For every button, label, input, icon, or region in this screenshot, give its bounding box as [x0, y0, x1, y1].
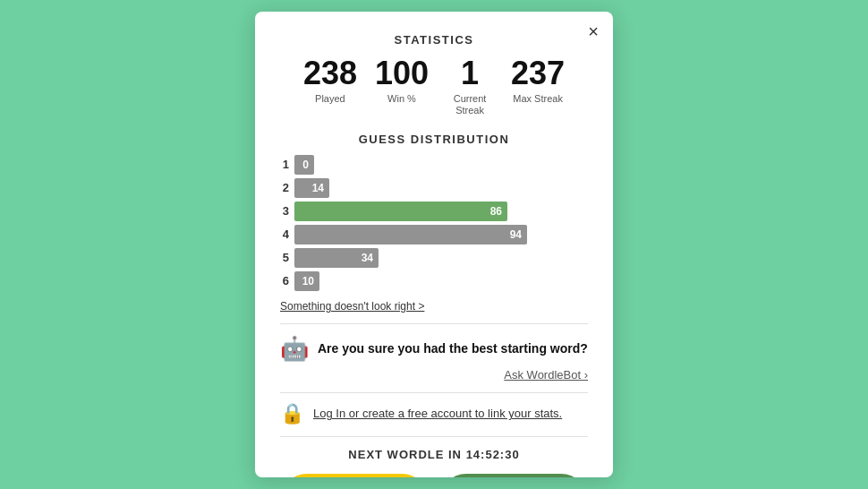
share-button[interactable]: Share: [439, 474, 588, 477]
bar-row-label-3: 3: [280, 204, 289, 218]
next-wordle-countdown: 14:52:30: [466, 448, 520, 461]
next-wordle-label: NEXT WORDLE IN: [348, 448, 462, 461]
bar-inner-6: 10: [294, 271, 319, 291]
spelling-bee-button[interactable]: Play Spelling Bee 🐝: [280, 474, 429, 477]
bar-inner-2: 14: [294, 178, 329, 198]
robot-icon: 🤖: [280, 335, 309, 363]
bar-value-2: 14: [312, 182, 324, 194]
stat-current-streak-label: Current Streak: [454, 93, 487, 116]
close-button[interactable]: ×: [588, 22, 599, 40]
stat-win-pct-number: 100: [375, 56, 429, 91]
wordlebot-section: 🤖 Are you sure you had the best starting…: [280, 323, 588, 393]
bar-chart: 10214386494534610: [280, 155, 588, 291]
bar-outer-1: 0: [294, 155, 588, 175]
stat-max-streak: 237 Max Streak: [511, 56, 565, 116]
bar-value-5: 34: [362, 252, 373, 264]
stat-current-streak-number: 1: [461, 56, 479, 91]
bar-row-label-1: 1: [280, 158, 289, 171]
next-wordle-section: NEXT WORDLE IN 14:52:30: [280, 448, 588, 461]
bar-outer-3: 86: [294, 202, 588, 221]
bar-inner-4: 94: [294, 225, 527, 244]
stat-max-streak-label: Max Streak: [513, 93, 563, 105]
stat-current-streak: 1 Current Streak: [447, 56, 493, 116]
bar-outer-5: 34: [294, 248, 588, 268]
stat-win-pct-label: Win %: [387, 93, 416, 105]
bar-row-5: 534: [280, 248, 588, 268]
bar-row-6: 610: [280, 271, 588, 291]
stat-played-number: 238: [303, 56, 357, 91]
login-icon: 🔒: [280, 402, 304, 425]
stat-max-streak-number: 237: [511, 56, 565, 91]
bar-value-4: 94: [510, 228, 522, 241]
stat-played: 238 Played: [303, 56, 357, 116]
statistics-title: STATISTICS: [280, 33, 588, 47]
wordlebot-question: Are you sure you had the best starting w…: [318, 341, 588, 356]
statistics-modal: × STATISTICS 238 Played 100 Win % 1 Curr…: [255, 12, 613, 477]
bar-row-4: 494: [280, 225, 588, 244]
stat-win-pct: 100 Win %: [375, 56, 429, 116]
bar-value-1: 0: [302, 159, 309, 171]
bar-row-3: 386: [280, 202, 588, 221]
wordlebot-row: 🤖 Are you sure you had the best starting…: [280, 335, 588, 363]
login-text[interactable]: Log In or create a free account to link …: [313, 407, 562, 420]
bar-row-label-6: 6: [280, 274, 289, 287]
login-section: 🔒 Log In or create a free account to lin…: [280, 402, 588, 437]
bar-inner-3: 86: [294, 202, 507, 221]
bar-outer-6: 10: [294, 271, 588, 291]
guess-distribution-title: GUESS DISTRIBUTION: [280, 133, 588, 146]
bar-row-label-2: 2: [280, 181, 289, 194]
action-buttons: Play Spelling Bee 🐝 Share: [280, 474, 588, 477]
bar-value-6: 10: [302, 275, 314, 287]
bar-outer-2: 14: [294, 178, 588, 198]
bar-row-2: 214: [280, 178, 588, 198]
stat-played-label: Played: [315, 93, 345, 105]
bar-value-3: 86: [490, 205, 502, 218]
bar-row-1: 10: [280, 155, 588, 175]
stats-row: 238 Played 100 Win % 1 Current Streak 23…: [280, 56, 588, 116]
bar-inner-5: 34: [294, 248, 379, 268]
bar-row-label-4: 4: [280, 227, 289, 241]
ask-wordlebot-link[interactable]: Ask WordleBot ›: [280, 368, 588, 382]
bar-outer-4: 94: [294, 225, 588, 244]
something-wrong-link[interactable]: Something doesn't look right >: [280, 300, 588, 313]
bar-row-label-5: 5: [280, 251, 289, 264]
bar-inner-1: 0: [294, 155, 314, 175]
